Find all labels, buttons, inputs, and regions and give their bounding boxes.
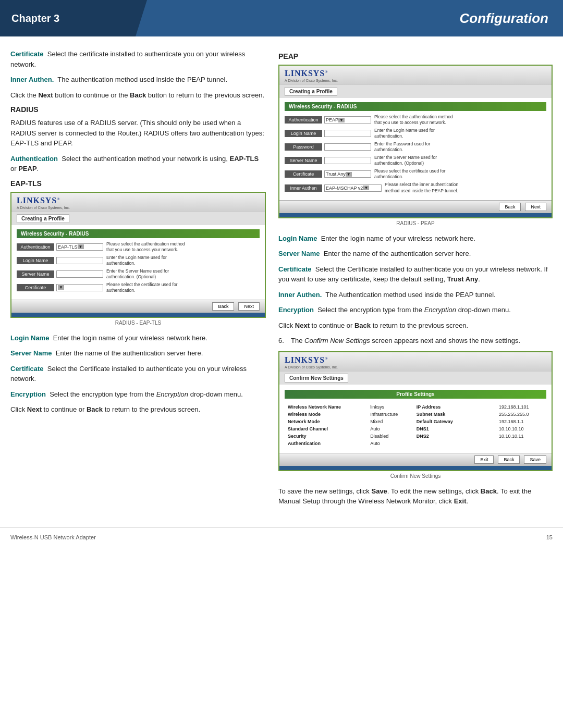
confirm-back-btn[interactable]: Back [498,455,520,464]
peap-caption: RADIUS - PEAP [278,220,553,226]
peap-footer: Back Next [279,200,552,213]
final-text-para: To save the new settings, click Save. To… [278,486,553,507]
eaptls-select-cert[interactable]: ▼ [56,284,103,291]
peap-label-server: Server Name [285,157,322,164]
peap-help-server: Enter the Server Name used for authentic… [374,155,458,166]
linksys-logo-eaptls: LINKSYS® [17,196,260,205]
peap-heading: PEAP [278,52,553,60]
eaptls-input-login[interactable] [56,257,103,264]
eaptls-row-login: Login Name Enter the Login Name used for… [17,255,260,266]
left-encryption-term: Encryption [10,390,46,398]
eaptls-label-auth: Authentication [17,243,54,251]
table-row: Authentication Auto [286,440,545,447]
eaptls-input-server[interactable] [56,270,103,278]
right-certificate-para: Certificate Select the Certificate insta… [278,264,553,285]
left-server-name-para: Server Name Enter the name of the authen… [10,348,266,359]
peap-row-login: Login Name Enter the Login Name used for… [285,128,546,139]
confirm-screenshot-box: LINKSYS® A Division of Cisco Systems, In… [278,351,553,471]
confirm-field-name-wireless-mode: Wireless Mode [286,411,367,417]
main-content: Certificate Select the certificate insta… [0,36,563,522]
table-row: Standard Channel Auto DNS1 10.10.10.10 [286,426,545,432]
page-footer: Wireless-N USB Network Adapter 15 [0,527,563,547]
eaptls-row-server: Server Name Enter the Server Name used f… [17,268,260,280]
page-header: Chapter 3 Configuration [0,0,563,36]
confirm-save-btn[interactable]: Save [524,455,546,464]
step6-number: 6. [278,336,287,346]
peap-next-btn[interactable]: Next [525,203,546,211]
left-encryption-para: Encryption Select the encryption type fr… [10,389,266,400]
eaptls-tab-bar: Creating a Profile [11,212,265,225]
inner-authen-text: The authentication method used inside th… [57,76,227,83]
eaptls-back-btn[interactable]: Back [212,302,234,311]
eaptls-footer-bar [11,313,265,317]
confirm-body: Profile Settings Wireless Network Name l… [279,385,552,453]
peap-input-server[interactable] [324,157,371,164]
right-login-name-text: Enter the login name of your wireless ne… [321,235,475,242]
peap-label-login: Login Name [285,130,322,137]
authentication-para: Authentication Select the authentication… [10,154,266,174]
confirm-field-value-wireless-mode: Infrastructure [368,411,413,417]
right-server-name-term: Server Name [278,250,320,257]
eaptls-row-cert: Certificate ▼ Please select the certific… [17,282,260,293]
right-inner-authen-text: The Authentication method used inside th… [325,291,495,299]
confirm-tab-bar: Confirm New Settings [279,372,552,385]
peap-tab: Creating a Profile [285,87,337,96]
peap-input-login[interactable] [324,130,371,137]
confirm-field-value-wireless-network: linksys [368,404,413,410]
right-server-name-para: Server Name Enter the name of the authen… [278,249,553,259]
radius-text: RADIUS features use of a RADIUS server. … [10,118,266,149]
eaptls-help-auth: Please select the authentication method … [106,241,190,253]
peap-select-inner[interactable]: EAP-MSCHAP v2▼ [324,184,382,192]
right-server-name-text: Enter the name of the authentication ser… [324,250,471,257]
eaptls-tab: Creating a Profile [17,214,69,223]
confirm-exit-btn[interactable]: Exit [474,455,494,464]
peap-select-cert[interactable]: Trust Any▼ [324,170,371,178]
page-title: Configuration [460,10,548,27]
peap-row-password: Password Enter the Password used for aut… [285,141,546,153]
step6-text: The Confirm New Settings screen appears … [291,336,520,346]
confirm-section-title: Profile Settings [285,390,546,399]
linksys-logo-confirm: LINKSYS® [285,355,546,365]
confirm-field-name-network-mode: Network Mode [286,418,367,425]
eaptls-label-cert: Certificate [17,284,54,291]
table-row: Network Mode Mixed Default Gateway 192.1… [286,418,545,425]
eaptls-select-auth[interactable]: EAP-TLS▼ [56,243,103,251]
left-certificate-term2: Certificate [10,365,44,373]
peap-section-title: Wireless Security - RADIUS [285,102,546,111]
peap-row-server: Server Name Enter the Server Name used f… [285,155,546,166]
confirm-header: LINKSYS® A Division of Cisco Systems, In… [279,352,552,372]
eaptls-help-cert: Please select the certificate used for a… [106,282,190,293]
confirm-field-name-ip: IP Address [414,404,496,410]
right-encryption-term: Encryption [278,306,314,314]
eap-tls-heading: EAP-TLS [10,179,266,188]
peap-label-auth: Authentication [285,116,322,124]
left-column: Certificate Select the certificate insta… [10,49,266,512]
peap-back-btn[interactable]: Back [499,203,521,211]
peap-row-inner: Inner Authen EAP-MSCHAP v2▼ Please selec… [285,182,546,193]
confirm-field-value-auth: Auto [368,440,413,447]
page-title-area: Configuration [136,0,563,36]
confirm-field-value-dns1: 10.10.10.10 [497,426,545,432]
peap-row-auth: Authentication PEAP▼ Please select the a… [285,114,546,126]
page-number: 15 [546,534,553,540]
peap-input-password[interactable] [324,143,371,151]
linksys-subtitle-eaptls: A Division of Cisco Systems, Inc. [17,206,260,209]
left-certificate-para: Certificate Select the Certificate insta… [10,364,266,384]
confirm-field-value-network-mode: Mixed [368,418,413,425]
left-login-name-term: Login Name [10,334,49,342]
peap-row-cert: Certificate Trust Any▼ Please select the… [285,168,546,180]
confirm-field-name-dns2: DNS2 [414,433,496,439]
eaptls-footer: Back Next [11,300,265,313]
eaptls-help-login: Enter the Login Name used for authentica… [106,255,190,266]
confirm-field-name-channel: Standard Channel [286,426,367,432]
eaptls-screenshot-box: LINKSYS® A Division of Cisco Systems, In… [10,192,266,318]
linksys-subtitle-peap: A Division of Cisco Systems, Inc. [285,79,546,82]
confirm-field-name-dns1: DNS1 [414,426,496,432]
peap-tab-bar: Creating a Profile [279,85,552,98]
eaptls-next-btn[interactable]: Next [238,302,260,311]
peap-help-cert: Please select the certificate used for a… [374,168,458,180]
peap-select-auth[interactable]: PEAP▼ [324,116,371,124]
certificate-term: Certificate [10,50,44,58]
authentication-term: Authentication [10,155,58,163]
right-click-next-para: Click Next to continue or Back to return… [278,320,553,331]
